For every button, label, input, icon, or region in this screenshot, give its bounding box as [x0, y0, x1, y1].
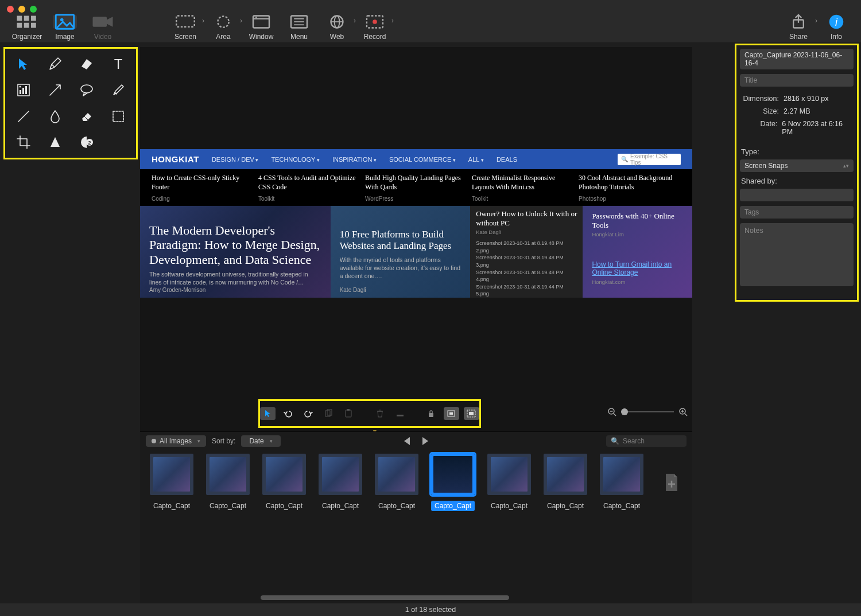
minimize-window[interactable] — [18, 6, 25, 13]
sort-dropdown[interactable]: Date — [241, 435, 280, 447]
svg-rect-5 — [31, 23, 36, 28]
captured-image: HONGKIAT DESIGN / DEV TECHNOLOGY INSPIRA… — [140, 149, 692, 297]
thumbnail-item[interactable]: Capto_Capt — [147, 454, 196, 511]
tags-field[interactable]: Tags — [740, 206, 854, 219]
select-action[interactable] — [260, 407, 276, 420]
hk-sub-title-1: 4 CSS Tools to Audit and Optimize CSS Co… — [258, 174, 360, 192]
image-tab[interactable]: Image — [47, 15, 83, 41]
thumbnail-item[interactable]: Capto_Capt — [372, 454, 421, 511]
type-value: Screen Snaps — [744, 162, 788, 170]
thumb-image — [262, 454, 306, 495]
size-key: Size: — [741, 107, 779, 115]
thumb-search[interactable]: 🔍Search — [606, 435, 687, 447]
thumbnail-item[interactable]: Capto_Capt — [541, 454, 590, 511]
crop-tool[interactable] — [7, 130, 39, 156]
fit-action[interactable] — [444, 407, 459, 420]
cursor-tool[interactable] — [7, 51, 39, 77]
hk-sub-title-2: Build High Quality Landing Pages With Qa… — [365, 174, 467, 192]
marquee-tool[interactable] — [102, 103, 134, 130]
thumb-label: Capto_Capt — [262, 501, 306, 511]
strip-scrollbar[interactable] — [261, 595, 606, 600]
menu-capture[interactable]: Menu — [281, 15, 317, 41]
trash-action[interactable] — [372, 407, 387, 420]
svg-text:2: 2 — [88, 140, 91, 146]
menu-label: Menu — [290, 33, 308, 41]
chart-tool[interactable] — [7, 77, 39, 104]
undo-action[interactable] — [280, 407, 296, 420]
screen-capture[interactable]: Screen — [168, 15, 203, 41]
window-controls — [7, 6, 37, 13]
empty-tool-slot — [102, 130, 134, 156]
type-label: Type: — [741, 147, 854, 156]
thumb-image — [544, 454, 587, 495]
thumbnail-item[interactable]: Capto_Capt — [259, 454, 309, 511]
svg-rect-39 — [346, 410, 351, 417]
highlighter-tool[interactable] — [102, 77, 134, 104]
svg-rect-9 — [176, 16, 195, 27]
hk-nav-design: DESIGN / DEV — [212, 156, 258, 163]
next-arrow[interactable] — [422, 437, 428, 445]
text-tool[interactable]: T — [102, 51, 134, 77]
redo-action[interactable] — [300, 407, 316, 420]
zoom-slider[interactable] — [621, 411, 674, 412]
maximize-window[interactable] — [30, 6, 37, 13]
splitter-handle[interactable] — [372, 427, 379, 430]
thumbnail-item[interactable]: Capto_Capt — [428, 454, 478, 511]
svg-line-48 — [614, 414, 616, 416]
flatten-action[interactable] — [392, 407, 408, 420]
area-capture[interactable]: Area — [205, 15, 241, 41]
add-capture-button[interactable] — [659, 465, 684, 500]
web-capture[interactable]: Web — [319, 15, 355, 41]
record-capture[interactable]: Record — [357, 15, 393, 41]
step-tool[interactable]: 2 — [71, 130, 102, 156]
hk-hero-row: The Modern Developer's Paradigm: How to … — [140, 206, 692, 298]
eraser-tool[interactable] — [71, 103, 102, 130]
thumbnail-item[interactable]: Capto_Capt — [597, 454, 646, 511]
sort-value: Date — [249, 437, 263, 445]
hk-sub-title-4: 30 Cool Abstract and Background Photosho… — [579, 174, 681, 192]
hk-folder-list: Screenshot 2023-10-31 at 8.19.48 PM 2.pn… — [476, 240, 577, 298]
video-tab[interactable]: Video — [85, 15, 121, 41]
hk-hero4-site: Hongkiat.com — [592, 279, 683, 285]
spotlight-tool[interactable] — [39, 130, 71, 156]
type-select[interactable]: Screen Snaps▴▾ — [740, 159, 854, 172]
prev-arrow[interactable] — [404, 437, 410, 445]
window-capture[interactable]: Window — [243, 15, 279, 41]
thumbnail-strip: All Images Sort by: Date 🔍Search Capto_C… — [140, 431, 692, 603]
info-button[interactable]: i Info — [819, 15, 854, 41]
notes-field[interactable]: Notes — [740, 223, 854, 286]
callout-tool[interactable] — [71, 77, 102, 104]
lock-action[interactable] — [424, 407, 439, 420]
svg-rect-29 — [22, 88, 24, 94]
actual-size-action[interactable] — [464, 407, 479, 420]
thumb-label: Capto_Capt — [544, 501, 587, 511]
search-icon: 🔍 — [611, 437, 619, 445]
zoom-control — [607, 407, 688, 416]
copy-action[interactable] — [320, 407, 336, 420]
filter-dropdown[interactable]: All Images — [146, 435, 206, 447]
thumb-label: Capto_Capt — [319, 501, 362, 511]
paste-action[interactable] — [340, 407, 356, 420]
hk-sub-row: How to Create CSS-only Sticky FooterCodi… — [140, 169, 692, 206]
zoom-in-icon[interactable] — [678, 407, 688, 416]
thumbnail-item[interactable]: Capto_Capt — [316, 454, 365, 511]
shape-tool[interactable] — [71, 51, 102, 77]
line-tool[interactable] — [7, 103, 39, 130]
close-window[interactable] — [7, 6, 14, 13]
title-field[interactable]: Title — [740, 74, 854, 87]
arrow-tool[interactable] — [39, 77, 71, 104]
hk-sub-title-3: Create Minimalist Responsive Layouts Wit… — [472, 174, 574, 192]
zoom-out-icon[interactable] — [607, 407, 616, 416]
folder-line: Screenshot 2023-10-31 at 8.19.48 PM 4.pn… — [476, 269, 577, 283]
shared-field[interactable] — [740, 189, 854, 201]
thumbnail-item[interactable]: Capto_Capt — [203, 454, 253, 511]
pencil-tool[interactable] — [39, 51, 71, 77]
hk-hero4-title: Passwords with 40+ Online Tools — [592, 212, 683, 229]
share-button[interactable]: Share — [781, 15, 816, 41]
filename-field[interactable]: Capto_Capture 2023-11-06_06-16-4 — [740, 49, 854, 69]
svg-point-13 — [255, 17, 257, 18]
organizer-tab[interactable]: Organizer — [9, 15, 45, 41]
thumbnail-item[interactable]: Capto_Capt — [484, 454, 534, 511]
blur-tool[interactable] — [39, 103, 71, 130]
thumb-image — [150, 454, 193, 495]
